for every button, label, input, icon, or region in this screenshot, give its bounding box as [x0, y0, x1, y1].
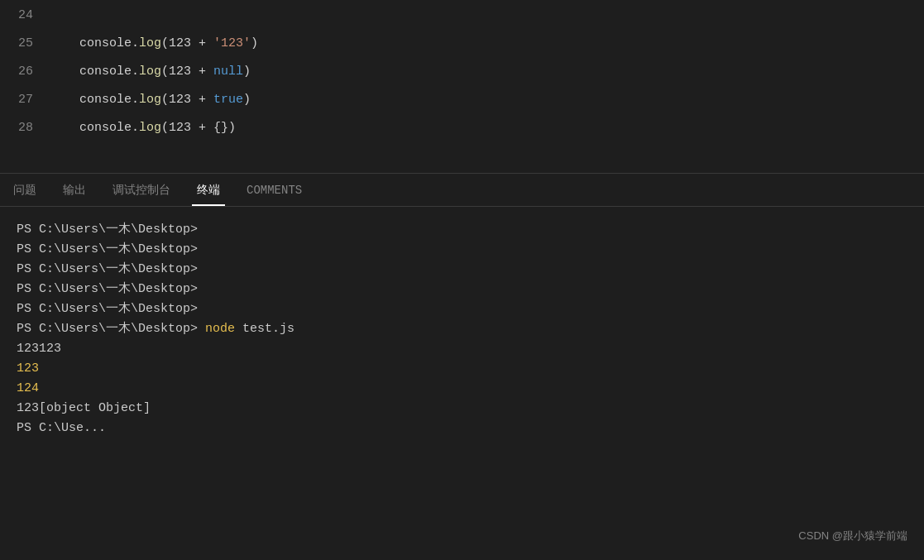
- line-number: 25: [0, 36, 50, 50]
- terminal-output-123: 123: [17, 359, 907, 379]
- line-number: 26: [0, 65, 50, 79]
- line-number: 28: [0, 121, 50, 135]
- tab-output[interactable]: 输出: [58, 174, 91, 206]
- tab-bar: 问题 输出 调试控制台 终端 COMMENTS: [0, 174, 924, 207]
- code-line-26: 26 console.log(123 + null): [0, 65, 924, 93]
- terminal-line-partial: PS C:\Use...: [17, 419, 907, 438]
- terminal-line-2: PS C:\Users\一木\Desktop>: [17, 240, 907, 260]
- terminal-panel[interactable]: PS C:\Users\一木\Desktop> PS C:\Users\一木\D…: [0, 207, 924, 560]
- terminal-line-1: PS C:\Users\一木\Desktop>: [17, 220, 907, 240]
- tab-problems[interactable]: 问题: [8, 174, 41, 206]
- line-number: 24: [0, 8, 50, 22]
- watermark: CSDN @跟小猿学前端: [798, 529, 907, 543]
- tab-comments[interactable]: COMMENTS: [242, 174, 307, 206]
- code-content: console.log(123 + null): [50, 65, 251, 79]
- terminal-output-124: 124: [17, 379, 907, 399]
- code-line-27: 27 console.log(123 + true): [0, 93, 924, 121]
- line-number: 27: [0, 93, 50, 107]
- terminal-line-6: PS C:\Users\一木\Desktop> node test.js: [17, 319, 907, 339]
- code-line-24: 24: [0, 8, 924, 36]
- terminal-line-3: PS C:\Users\一木\Desktop>: [17, 260, 907, 280]
- code-line-25: 25 console.log(123 + '123'): [0, 36, 924, 65]
- tab-debug-console[interactable]: 调试控制台: [108, 174, 175, 206]
- terminal-output-object: 123[object Object]: [17, 399, 907, 419]
- code-editor: 24 25 console.log(123 + '123') 26 consol…: [0, 0, 924, 174]
- terminal-line-4: PS C:\Users\一木\Desktop>: [17, 280, 907, 299]
- terminal-line-5: PS C:\Users\一木\Desktop>: [17, 299, 907, 319]
- code-line-28: 28 console.log(123 + {}): [0, 121, 924, 149]
- code-content: console.log(123 + true): [50, 93, 251, 107]
- tab-terminal[interactable]: 终端: [192, 174, 225, 206]
- terminal-output-123123: 123123: [17, 339, 907, 359]
- code-content: console.log(123 + {}): [50, 121, 236, 135]
- code-content: console.log(123 + '123'): [50, 36, 258, 50]
